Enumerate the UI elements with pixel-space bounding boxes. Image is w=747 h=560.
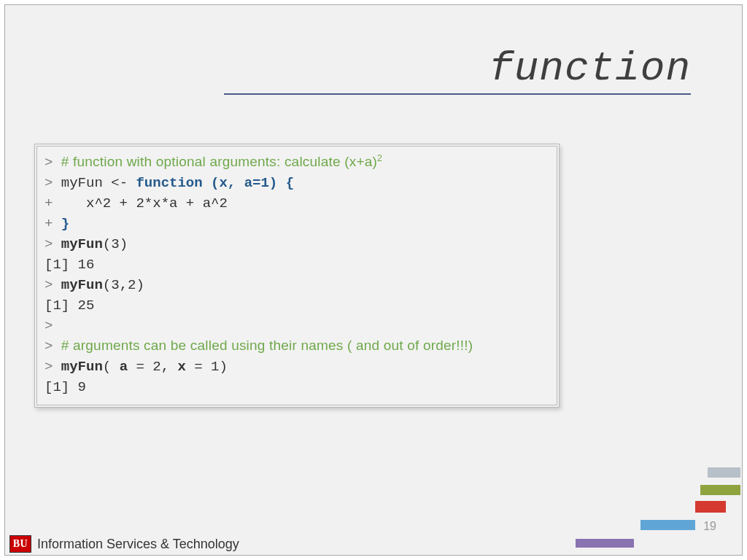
code-block: > # function with optional arguments: ca… (34, 144, 560, 408)
code-line: > myFun(3) (44, 234, 549, 254)
prompt-icon: > (44, 318, 53, 334)
prompt-icon: > (44, 155, 53, 171)
code-line: > myFun( a = 2, x = 1) (44, 357, 549, 377)
function-call: myFun (61, 277, 103, 293)
code-line: > (44, 316, 549, 336)
logo-badge: BU (9, 535, 31, 553)
decoration-bar (700, 485, 740, 495)
function-call: myFun (61, 359, 103, 375)
output-line: [1] 9 (44, 377, 549, 397)
code-line: > myFun <- function (x, a=1) { (44, 173, 549, 193)
decoration-bar (708, 467, 740, 478)
comment-text: # arguments can be called using their na… (61, 338, 473, 353)
prompt-icon: > (44, 175, 53, 191)
comment-text: # function with optional arguments: calc… (61, 154, 382, 169)
code-line: > # function with optional arguments: ca… (44, 152, 549, 173)
prompt-icon: > (44, 359, 53, 375)
prompt-icon: > (44, 277, 53, 293)
footer: BU Information Services & Technology (5, 532, 742, 555)
prompt-icon: > (44, 338, 53, 354)
keyword: function (136, 175, 202, 191)
output-line: [1] 16 (44, 254, 549, 275)
code-line: + x^2 + 2*x*a + a^2 (44, 193, 549, 214)
code-line: > myFun(3,2) (44, 275, 549, 295)
code-line: > # arguments can be called using their … (44, 336, 549, 357)
continuation-icon: + (44, 216, 53, 232)
slide: function > # function with optional argu… (4, 4, 743, 556)
decoration-bar (695, 501, 726, 513)
prompt-icon: > (44, 236, 53, 252)
code-line: + } (44, 214, 549, 234)
function-call: myFun (61, 236, 103, 252)
slide-title: function (224, 45, 691, 95)
footer-text: Information Services & Technology (37, 537, 239, 552)
decoration-bar (640, 520, 695, 530)
continuation-icon: + (44, 195, 53, 211)
output-line: [1] 25 (44, 295, 549, 316)
